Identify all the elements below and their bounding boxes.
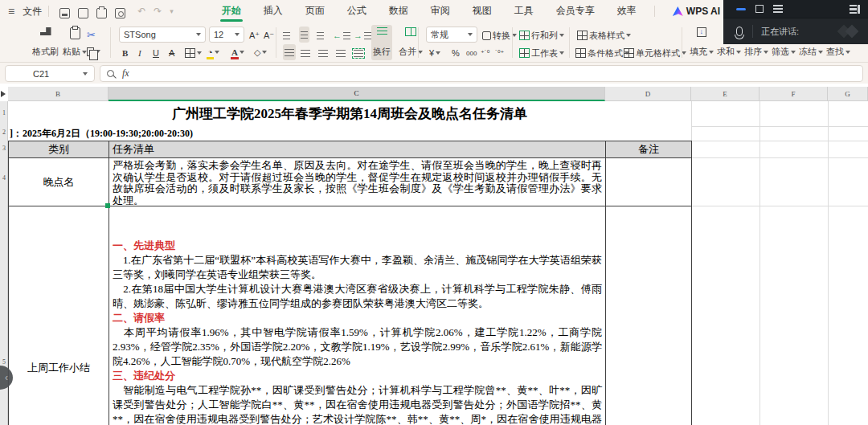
section-heading-discipline: 三、违纪处分: [113, 369, 602, 383]
currency-button[interactable]: ¥: [429, 45, 440, 61]
align-center-button[interactable]: [301, 45, 310, 61]
increase-indent-button[interactable]: →: [354, 27, 371, 43]
undo-icon[interactable]: ↶: [137, 6, 145, 17]
decrease-font-button[interactable]: A⁻: [264, 27, 274, 43]
row-number-1[interactable]: 1: [0, 109, 8, 116]
thousand-separator-button[interactable]: 000: [466, 45, 477, 61]
row-number-5[interactable]: 5: [0, 358, 8, 366]
column-header-D[interactable]: D: [605, 87, 691, 101]
formula-input[interactable]: fx: [100, 65, 863, 82]
align-right-button[interactable]: [318, 45, 328, 61]
paste-button[interactable]: 粘贴: [61, 25, 88, 60]
row-number-3[interactable]: 3: [0, 145, 8, 152]
bold-button[interactable]: B: [122, 45, 128, 61]
category-label-weekly-summary: 上周工作小结: [8, 360, 109, 376]
row-number-4[interactable]: 4: [0, 174, 8, 182]
tab-member[interactable]: 会员专享: [551, 0, 600, 22]
gridline: [691, 206, 868, 206]
document-title-cell[interactable]: 广州理工学院2025年春季学期第14周班会及晚点名任务清单: [8, 101, 691, 126]
header-cell-tasks[interactable]: 任务清单: [108, 141, 606, 158]
section-paragraph: 1.在广东省第十二届“联盟杯”本科高校英语写作大赛中，李盈颖、余清兰、施茂锦同学…: [113, 253, 602, 282]
align-center-icon: [301, 50, 310, 57]
column-header-F[interactable]: F: [760, 87, 828, 101]
italic-button[interactable]: I: [138, 45, 141, 61]
task-cell-weekly-summary[interactable]: 一、先进典型 1.在广东省第十二届“联盟杯”本科高校英语写作大赛中，李盈颖、余清…: [108, 206, 606, 425]
tab-tools[interactable]: 工具: [510, 0, 538, 22]
worksheet-button[interactable]: 工作表: [519, 45, 564, 61]
tab-formula[interactable]: 公式: [342, 0, 371, 22]
percent-button[interactable]: %: [452, 45, 460, 61]
font-name-select[interactable]: STSong: [119, 27, 206, 43]
strikethrough-button[interactable]: A: [169, 45, 174, 61]
decrease-indent-button[interactable]: ←: [333, 27, 350, 43]
member-list-icon[interactable]: [773, 5, 783, 13]
font-size-select[interactable]: 12: [209, 27, 244, 43]
tab-home[interactable]: 开始: [217, 0, 246, 22]
name-box-chevron-icon[interactable]: [83, 72, 88, 76]
increase-decimal-button[interactable]: ⁺˙⁰: [481, 45, 489, 61]
print-icon[interactable]: [96, 8, 107, 18]
minimize-icon[interactable]: [736, 8, 746, 10]
tab-view[interactable]: 视图: [468, 0, 497, 22]
tab-insert[interactable]: 插入: [259, 0, 288, 22]
date-line-cell[interactable]: ]：2025年6月2日（19:00-19:30;20:00-20:30): [10, 126, 653, 141]
output-icon[interactable]: [78, 8, 88, 18]
fx-icon[interactable]: fx: [122, 67, 129, 80]
wps-ai-button[interactable]: WPS AI: [668, 0, 725, 22]
merge-cells-button[interactable]: 合并: [397, 25, 424, 60]
row-number-2[interactable]: 2: [0, 129, 8, 136]
column-header-G[interactable]: G: [828, 87, 868, 101]
microphone-icon[interactable]: [736, 27, 743, 36]
align-middle-button[interactable]: [299, 27, 309, 43]
fill-button[interactable]: 填充: [688, 25, 715, 60]
conditional-format-button[interactable]: 条件格式: [575, 45, 629, 61]
panel-toggle-icon[interactable]: [850, 5, 860, 14]
column-header-C[interactable]: C: [108, 87, 605, 101]
cut-button[interactable]: ✂: [87, 27, 96, 43]
hidden-column-marker-icon: [1, 91, 6, 97]
align-top-button[interactable]: [283, 27, 290, 43]
number-format-select[interactable]: 常规: [426, 27, 477, 43]
remark-cell-row4[interactable]: [605, 157, 692, 206]
rows-cols-button[interactable]: 行和列: [519, 27, 564, 43]
copy-button[interactable]: [87, 43, 100, 59]
redo-icon[interactable]: ↷: [154, 6, 162, 17]
file-menu[interactable]: 文件: [23, 5, 42, 18]
column-header-E[interactable]: E: [691, 87, 760, 101]
tab-efficiency[interactable]: 效率: [612, 0, 641, 22]
name-box[interactable]: C21: [5, 65, 95, 82]
tab-data[interactable]: 数据: [384, 0, 413, 22]
tab-page[interactable]: 页面: [301, 0, 330, 22]
quick-access-chevron-icon[interactable]: ▾: [170, 7, 174, 15]
header-cell-remark[interactable]: 备注: [605, 141, 692, 158]
category-cell-weekly-summary[interactable]: [8, 206, 109, 425]
decrease-decimal-button[interactable]: ˙⁰⁺: [495, 45, 504, 61]
remark-cell-row5[interactable]: [605, 206, 692, 425]
wrap-text-button[interactable]: 换行: [371, 25, 392, 60]
task-cell-evening-rollcall[interactable]: 严格班会考勤，落实未参会学生名单、原因及去向。对在途学生、请假至班会当晚的学生，…: [108, 157, 606, 206]
clear-format-button[interactable]: ◇: [254, 44, 267, 60]
fill-color-button[interactable]: ◔: [207, 44, 219, 60]
restore-icon[interactable]: [755, 5, 764, 13]
distribute-button[interactable]: [354, 45, 363, 61]
category-cell-evening-rollcall[interactable]: 晚点名: [8, 157, 109, 206]
app-menu-icon[interactable]: ≡: [8, 5, 14, 18]
gridline: [760, 101, 760, 425]
underline-button[interactable]: U: [153, 45, 159, 61]
format-painter-button[interactable]: 格式刷: [31, 25, 60, 60]
formula-search-icon[interactable]: [107, 70, 114, 77]
gridline: [691, 141, 868, 141]
table-style-button[interactable]: 表格样式: [577, 27, 631, 43]
header-cell-category[interactable]: 类别: [8, 141, 109, 158]
borders-button[interactable]: [185, 45, 202, 61]
increase-font-button[interactable]: A⁺: [249, 27, 260, 43]
font-color-button[interactable]: A: [231, 44, 244, 60]
align-left-button[interactable]: [283, 44, 296, 60]
cell-style-button[interactable]: 单元格样式: [624, 45, 686, 61]
tab-review[interactable]: 审阅: [426, 0, 455, 22]
align-bottom-button[interactable]: [317, 27, 324, 43]
justify-button[interactable]: [336, 45, 346, 61]
print-preview-icon[interactable]: [115, 8, 125, 18]
save-icon[interactable]: [59, 8, 70, 18]
column-header-B[interactable]: B: [8, 87, 108, 101]
